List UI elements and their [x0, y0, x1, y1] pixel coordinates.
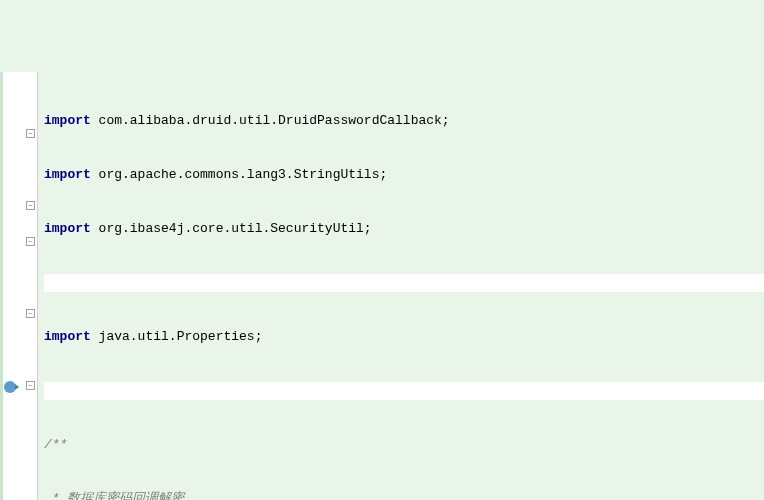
keyword-import: import	[44, 221, 91, 236]
javadoc-text: * 数据库密码回调解密	[44, 491, 184, 500]
import-path: org.ibase4j.core.util.SecurityUtil;	[91, 221, 372, 236]
javadoc-start: /**	[44, 437, 67, 452]
fold-import-java[interactable]	[26, 201, 35, 210]
keyword-import: import	[44, 113, 91, 128]
fold-javadoc[interactable]	[26, 237, 35, 246]
code-area[interactable]: import com.alibaba.druid.util.DruidPassw…	[38, 72, 764, 500]
import-path: com.alibaba.druid.util.DruidPasswordCall…	[91, 113, 450, 128]
keyword-import: import	[44, 329, 91, 344]
keyword-import: import	[44, 167, 91, 182]
gutter	[0, 72, 38, 500]
import-path: org.apache.commons.lang3.StringUtils;	[91, 167, 387, 182]
fold-imports[interactable]	[26, 129, 35, 138]
fold-method[interactable]	[26, 381, 35, 390]
blank-line	[44, 274, 764, 292]
import-path: java.util.Properties;	[91, 329, 263, 344]
blank-line	[44, 382, 764, 400]
fold-class[interactable]	[26, 309, 35, 318]
override-icon[interactable]	[4, 381, 16, 393]
code-editor: import com.alibaba.druid.util.DruidPassw…	[0, 72, 764, 500]
